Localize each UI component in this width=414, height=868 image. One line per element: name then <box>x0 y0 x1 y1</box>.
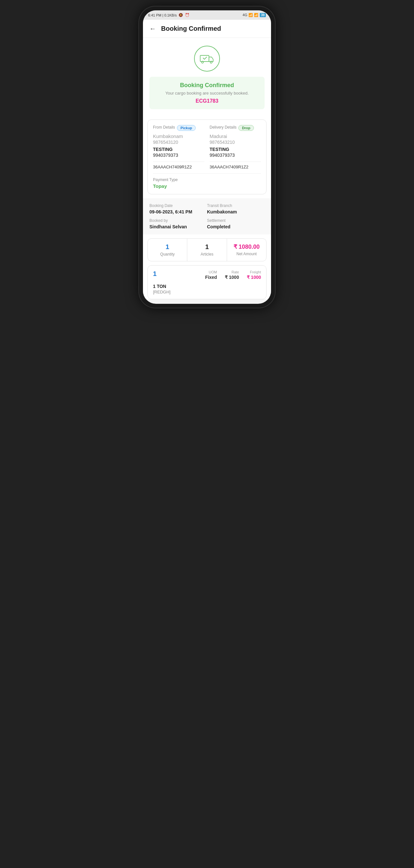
delivery-label-row: Delivery Details Drop <box>210 125 261 131</box>
right-info-col: Transit Branch Kumbakonam Settlement Com… <box>207 204 265 229</box>
gstin-row: 36AAACH7409R1Z2 36AAACH7409R1Z2 <box>153 160 261 169</box>
payment-label: Payment Type <box>153 178 261 182</box>
settlement-label: Settlement <box>207 218 265 223</box>
from-gstin: 36AAACH7409R1Z2 <box>153 162 204 169</box>
truck-icon-circle <box>194 46 220 71</box>
back-button[interactable]: ← <box>149 25 156 32</box>
uom-value: Fixed <box>205 275 217 280</box>
rate-item: Rate ₹ 1000 <box>225 270 239 280</box>
success-subtitle: Your cargo booking are successfully book… <box>157 91 257 96</box>
rate-value: ₹ 1000 <box>225 275 239 280</box>
mute-icon: 🔕 <box>178 13 183 17</box>
delivery-city: Madurai <box>210 133 261 139</box>
freight-item: Freight ₹ 1000 <box>247 270 261 280</box>
from-contact-name: TESTING <box>153 147 204 152</box>
uom-label: UOM <box>205 270 217 274</box>
status-bar: 6:41 PM | 0.1KB/s 🔕 ⏰ 4G 📶 📶 39 <box>143 10 271 20</box>
freight-prefix: ₹ <box>247 275 250 280</box>
phone-screen: 6:41 PM | 0.1KB/s 🔕 ⏰ 4G 📶 📶 39 ← Bookin… <box>143 10 271 304</box>
signal-icons: 4G 📶 📶 <box>243 13 258 17</box>
from-city: Kumbakonam <box>153 133 204 139</box>
svg-point-2 <box>210 61 212 63</box>
delivery-col: Delivery Details Drop <box>210 125 261 131</box>
details-card: From Details Pickup Delivery Details Dro… <box>147 120 267 194</box>
article-code: [REDGH] <box>153 289 261 294</box>
settlement-value: Completed <box>207 224 265 229</box>
delivery-contact-name: TESTING <box>210 147 261 152</box>
from-phone: 9876543120 <box>153 140 204 145</box>
pickup-badge: Pickup <box>177 125 196 131</box>
article-meta: UOM Fixed Rate ₹ 1000 Freight <box>205 270 261 280</box>
summary-card: 1 Quantity 1 Articles ₹ 1080.00 Net Amou… <box>147 238 267 261</box>
alarm-icon: ⏰ <box>185 13 189 17</box>
freight-value: ₹ 1000 <box>247 275 261 280</box>
phone-frame: 6:41 PM | 0.1KB/s 🔕 ⏰ 4G 📶 📶 39 ← Bookin… <box>139 6 275 308</box>
article-header: 1 UOM Fixed Rate ₹ 1000 <box>153 270 261 280</box>
quantity-label: Quantity <box>152 252 183 256</box>
article-number: 1 <box>153 270 157 278</box>
delivery-city-col: Madurai 9876543210 TESTING 9940379373 <box>210 133 261 160</box>
delivery-gstin: 36AAACH7409R1Z2 <box>210 162 261 169</box>
articles-item: 1 Articles <box>187 239 227 261</box>
status-left: 6:41 PM | 0.1KB/s 🔕 ⏰ <box>148 13 189 17</box>
transit-label: Transit Branch <box>207 204 265 208</box>
freight-number: 1000 <box>251 275 261 280</box>
date-label: Booking Date <box>149 204 207 208</box>
left-info-col: Booking Date 09-06-2023, 6:41 PM Booked … <box>149 204 207 229</box>
from-label: From Details <box>153 125 175 129</box>
city-row: Kumbakonam 9876543120 TESTING 9940379373… <box>153 133 261 160</box>
delivery-label: Delivery Details <box>210 125 236 129</box>
rate-label: Rate <box>225 270 239 274</box>
uom-item: UOM Fixed <box>205 270 217 280</box>
from-gstin-col: 36AAACH7409R1Z2 <box>153 160 204 169</box>
date-value: 09-06-2023, 6:41 PM <box>149 209 207 214</box>
delivery-gstin-col: 36AAACH7409R1Z2 <box>210 160 261 169</box>
rate-number: 1000 <box>229 275 239 280</box>
time-display: 6:41 PM | 0.1KB/s <box>148 13 177 17</box>
booking-info-section: Booking Date 09-06-2023, 6:41 PM Booked … <box>143 198 271 235</box>
battery-indicator: 39 <box>260 13 266 17</box>
quantity-item: 1 Quantity <box>148 239 187 261</box>
net-amount-value: ₹ 1080.00 <box>231 243 262 250</box>
net-amount-item: ₹ 1080.00 Net Amount <box>227 239 266 261</box>
articles-label: Articles <box>191 252 222 256</box>
article-description: 1 TON <box>153 284 261 289</box>
drop-badge: Drop <box>238 125 254 131</box>
booked-by-value: Sindhanai Selvan <box>149 224 207 229</box>
page-header: ← Booking Confirmed <box>143 20 271 38</box>
success-section: Booking Confirmed Your cargo booking are… <box>143 38 271 116</box>
from-contact-phone: 9940379373 <box>153 153 204 158</box>
net-amount-label: Net Amount <box>231 252 262 256</box>
delivery-phone: 9876543210 <box>210 140 261 145</box>
payment-section: Payment Type Topay <box>153 173 261 189</box>
page-title: Booking Confirmed <box>161 25 221 32</box>
article-card: 1 UOM Fixed Rate ₹ 1000 <box>147 265 267 299</box>
net-amount-prefix: ₹ <box>234 244 237 250</box>
main-content: Booking Confirmed Your cargo booking are… <box>143 38 271 299</box>
freight-label: Freight <box>247 270 261 274</box>
net-amount-number: 1080.00 <box>239 244 260 250</box>
quantity-value: 1 <box>152 243 183 251</box>
success-banner: Booking Confirmed Your cargo booking are… <box>149 77 265 109</box>
from-label-row: From Details Pickup <box>153 125 204 131</box>
booking-id: ECG1783 <box>157 98 257 104</box>
details-header-row: From Details Pickup Delivery Details Dro… <box>153 125 261 131</box>
payment-value: Topay <box>153 183 261 189</box>
success-title: Booking Confirmed <box>157 82 257 89</box>
transit-value: Kumbakonam <box>207 209 265 214</box>
svg-point-1 <box>202 61 203 63</box>
from-city-col: Kumbakonam 9876543120 TESTING 9940379373 <box>153 133 204 160</box>
booked-by-label: Booked by <box>149 218 207 223</box>
truck-icon <box>200 54 214 64</box>
from-col: From Details Pickup <box>153 125 204 131</box>
rate-prefix: ₹ <box>225 275 228 280</box>
status-right: 4G 📶 📶 39 <box>243 13 266 17</box>
articles-value: 1 <box>191 243 222 251</box>
delivery-contact-phone: 9940379373 <box>210 153 261 158</box>
svg-rect-0 <box>200 55 209 62</box>
